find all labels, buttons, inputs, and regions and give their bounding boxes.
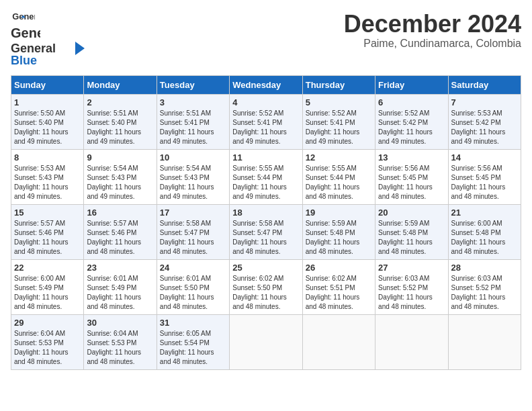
svg-text:Blue: Blue (11, 54, 37, 67)
day-info: Sunrise: 6:02 AM Sunset: 5:51 PM Dayligh… (306, 274, 372, 312)
day-number: 11 (232, 152, 299, 163)
day-number: 10 (160, 152, 226, 163)
calendar-cell (302, 315, 375, 370)
day-number: 20 (378, 208, 445, 218)
day-info: Sunrise: 6:05 AM Sunset: 5:54 PM Dayligh… (160, 329, 226, 367)
svg-text:General: General (11, 26, 40, 40)
weekday-header-thursday: Thursday (302, 76, 375, 95)
day-number: 25 (232, 263, 299, 273)
day-info: Sunrise: 5:54 AM Sunset: 5:43 PM Dayligh… (87, 164, 153, 201)
day-number: 28 (451, 263, 518, 273)
calendar-cell: 18 Sunrise: 5:58 AM Sunset: 5:47 PM Dayl… (230, 205, 302, 260)
calendar-cell: 23 Sunrise: 6:01 AM Sunset: 5:49 PM Dayl… (84, 260, 157, 315)
day-info: Sunrise: 6:03 AM Sunset: 5:52 PM Dayligh… (451, 274, 518, 312)
weekday-header-wednesday: Wednesday (230, 76, 302, 95)
day-info: Sunrise: 6:04 AM Sunset: 5:53 PM Dayligh… (87, 329, 153, 367)
calendar-cell (375, 315, 448, 370)
calendar-cell: 21 Sunrise: 6:00 AM Sunset: 5:48 PM Dayl… (448, 205, 521, 260)
day-info: Sunrise: 5:57 AM Sunset: 5:46 PM Dayligh… (87, 219, 153, 257)
day-info: Sunrise: 6:01 AM Sunset: 5:50 PM Dayligh… (160, 274, 226, 312)
logo-full-icon: General Blue (11, 39, 85, 67)
page-header: General General General Blue December 20… (11, 11, 521, 67)
day-info: Sunrise: 6:00 AM Sunset: 5:48 PM Dayligh… (451, 219, 518, 257)
day-number: 24 (160, 263, 226, 273)
calendar-week-1: 1 Sunrise: 5:50 AM Sunset: 5:40 PM Dayli… (11, 95, 521, 150)
day-number: 30 (87, 318, 153, 328)
day-number: 22 (14, 263, 81, 273)
calendar-cell: 24 Sunrise: 6:01 AM Sunset: 5:50 PM Dayl… (157, 260, 229, 315)
day-number: 23 (87, 263, 153, 273)
weekday-header-row: SundayMondayTuesdayWednesdayThursdayFrid… (11, 76, 521, 95)
day-info: Sunrise: 5:52 AM Sunset: 5:41 PM Dayligh… (306, 109, 372, 146)
general-blue-icon: General (11, 11, 35, 24)
day-number: 31 (160, 318, 226, 328)
calendar-cell: 4 Sunrise: 5:52 AM Sunset: 5:41 PM Dayli… (230, 95, 302, 150)
calendar-title: December 2024 (344, 11, 521, 38)
day-number: 15 (14, 208, 81, 218)
weekday-header-monday: Monday (84, 76, 157, 95)
calendar-cell: 16 Sunrise: 5:57 AM Sunset: 5:46 PM Dayl… (84, 205, 157, 260)
calendar-cell: 6 Sunrise: 5:52 AM Sunset: 5:42 PM Dayli… (375, 95, 448, 150)
day-info: Sunrise: 5:52 AM Sunset: 5:42 PM Dayligh… (378, 109, 445, 146)
day-number: 7 (451, 97, 518, 107)
calendar-cell: 12 Sunrise: 5:55 AM Sunset: 5:44 PM Dayl… (302, 150, 375, 205)
calendar-cell: 28 Sunrise: 6:03 AM Sunset: 5:52 PM Dayl… (448, 260, 521, 315)
calendar-cell: 29 Sunrise: 6:04 AM Sunset: 5:53 PM Dayl… (11, 315, 84, 370)
day-number: 12 (306, 152, 372, 163)
day-number: 26 (306, 263, 372, 273)
day-info: Sunrise: 5:58 AM Sunset: 5:47 PM Dayligh… (232, 219, 299, 257)
calendar-cell: 3 Sunrise: 5:51 AM Sunset: 5:41 PM Dayli… (157, 95, 229, 150)
day-number: 8 (14, 152, 81, 163)
calendar-cell: 31 Sunrise: 6:05 AM Sunset: 5:54 PM Dayl… (157, 315, 229, 370)
day-info: Sunrise: 5:54 AM Sunset: 5:43 PM Dayligh… (160, 164, 226, 201)
calendar-week-2: 8 Sunrise: 5:53 AM Sunset: 5:43 PM Dayli… (11, 150, 521, 205)
day-number: 5 (306, 97, 372, 107)
weekday-header-tuesday: Tuesday (157, 76, 229, 95)
day-info: Sunrise: 6:04 AM Sunset: 5:53 PM Dayligh… (14, 329, 81, 367)
svg-marker-4 (75, 42, 85, 55)
day-number: 3 (160, 97, 226, 107)
day-info: Sunrise: 6:03 AM Sunset: 5:52 PM Dayligh… (378, 274, 445, 312)
day-number: 13 (378, 152, 445, 163)
calendar-week-5: 29 Sunrise: 6:04 AM Sunset: 5:53 PM Dayl… (11, 315, 521, 370)
day-number: 18 (232, 208, 299, 218)
calendar-cell: 10 Sunrise: 5:54 AM Sunset: 5:43 PM Dayl… (157, 150, 229, 205)
calendar-cell: 20 Sunrise: 5:59 AM Sunset: 5:48 PM Dayl… (375, 205, 448, 260)
calendar-cell: 7 Sunrise: 5:53 AM Sunset: 5:42 PM Dayli… (448, 95, 521, 150)
calendar-cell (448, 315, 521, 370)
day-info: Sunrise: 5:53 AM Sunset: 5:42 PM Dayligh… (451, 109, 518, 146)
day-info: Sunrise: 5:57 AM Sunset: 5:46 PM Dayligh… (14, 219, 81, 257)
day-number: 16 (87, 208, 153, 218)
day-number: 6 (378, 97, 445, 107)
day-info: Sunrise: 5:50 AM Sunset: 5:40 PM Dayligh… (14, 109, 81, 146)
calendar-cell: 15 Sunrise: 5:57 AM Sunset: 5:46 PM Dayl… (11, 205, 84, 260)
calendar-cell: 27 Sunrise: 6:03 AM Sunset: 5:52 PM Dayl… (375, 260, 448, 315)
day-number: 1 (14, 97, 81, 107)
day-info: Sunrise: 5:53 AM Sunset: 5:43 PM Dayligh… (14, 164, 81, 201)
calendar-cell: 22 Sunrise: 6:00 AM Sunset: 5:49 PM Dayl… (11, 260, 84, 315)
day-number: 17 (160, 208, 226, 218)
day-info: Sunrise: 5:51 AM Sunset: 5:40 PM Dayligh… (87, 109, 153, 146)
day-info: Sunrise: 6:02 AM Sunset: 5:50 PM Dayligh… (232, 274, 299, 312)
calendar-subtitle: Paime, Cundinamarca, Colombia (344, 38, 521, 50)
day-info: Sunrise: 5:59 AM Sunset: 5:48 PM Dayligh… (306, 219, 372, 257)
day-info: Sunrise: 5:52 AM Sunset: 5:41 PM Dayligh… (232, 109, 299, 146)
day-info: Sunrise: 5:59 AM Sunset: 5:48 PM Dayligh… (378, 219, 445, 257)
day-number: 29 (14, 318, 81, 328)
day-info: Sunrise: 5:56 AM Sunset: 5:45 PM Dayligh… (451, 164, 518, 201)
calendar-cell: 26 Sunrise: 6:02 AM Sunset: 5:51 PM Dayl… (302, 260, 375, 315)
calendar-cell: 17 Sunrise: 5:58 AM Sunset: 5:47 PM Dayl… (157, 205, 229, 260)
weekday-header-friday: Friday (375, 76, 448, 95)
title-section: December 2024 Paime, Cundinamarca, Colom… (344, 11, 521, 50)
calendar-cell: 14 Sunrise: 5:56 AM Sunset: 5:45 PM Dayl… (448, 150, 521, 205)
calendar-cell: 11 Sunrise: 5:55 AM Sunset: 5:44 PM Dayl… (230, 150, 302, 205)
day-number: 27 (378, 263, 445, 273)
calendar-cell: 5 Sunrise: 5:52 AM Sunset: 5:41 PM Dayli… (302, 95, 375, 150)
day-info: Sunrise: 6:00 AM Sunset: 5:49 PM Dayligh… (14, 274, 81, 312)
svg-text:General: General (11, 42, 56, 55)
day-info: Sunrise: 5:58 AM Sunset: 5:47 PM Dayligh… (160, 219, 226, 257)
logo: General General General Blue (11, 11, 85, 67)
calendar-cell: 2 Sunrise: 5:51 AM Sunset: 5:40 PM Dayli… (84, 95, 157, 150)
day-number: 21 (451, 208, 518, 218)
day-info: Sunrise: 5:56 AM Sunset: 5:45 PM Dayligh… (378, 164, 445, 201)
